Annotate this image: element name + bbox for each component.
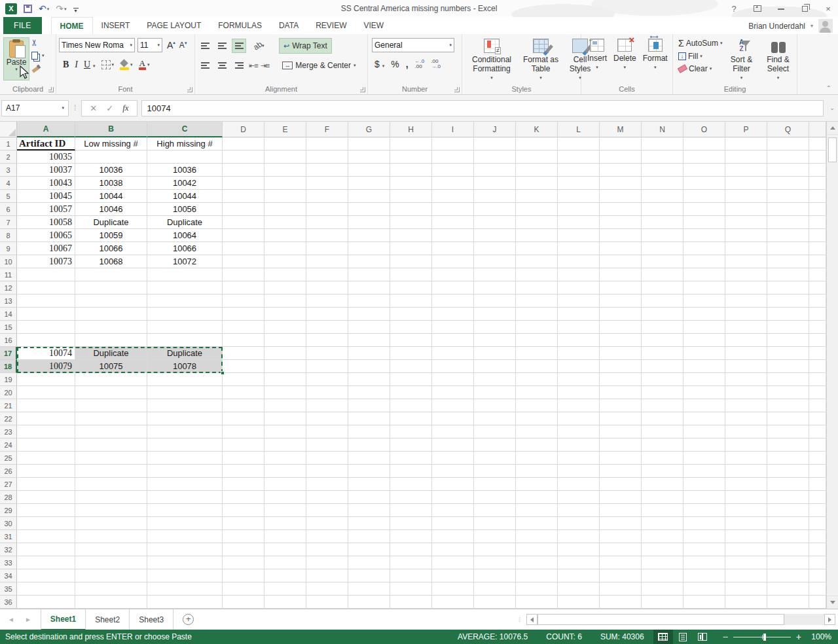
cell-C24[interactable] bbox=[147, 438, 223, 452]
tab-file[interactable]: FILE bbox=[3, 17, 42, 34]
vertical-scrollbar[interactable] bbox=[826, 122, 838, 609]
cell-H23[interactable] bbox=[390, 425, 432, 438]
cell-N12[interactable] bbox=[642, 281, 683, 295]
comma-style-button[interactable]: , bbox=[406, 59, 409, 69]
cell-I3[interactable] bbox=[432, 164, 474, 177]
cell-J22[interactable] bbox=[474, 412, 516, 425]
cell-P3[interactable] bbox=[725, 164, 767, 177]
cell-M29[interactable] bbox=[600, 504, 642, 517]
cell-D33[interactable] bbox=[223, 556, 264, 569]
cell-K32[interactable] bbox=[516, 543, 558, 556]
cell-Q13[interactable] bbox=[767, 295, 809, 308]
decrease-indent-icon[interactable]: ⇤≡ bbox=[249, 62, 258, 70]
cell-K6[interactable] bbox=[516, 203, 558, 216]
cell-P2[interactable] bbox=[725, 151, 767, 164]
cell-C5[interactable]: 10044 bbox=[147, 190, 223, 203]
cell-H3[interactable] bbox=[390, 164, 432, 177]
row-header-14[interactable]: 14 bbox=[0, 308, 17, 321]
cell-G13[interactable] bbox=[348, 295, 390, 308]
cell-F34[interactable] bbox=[306, 569, 348, 582]
cell-L20[interactable] bbox=[558, 386, 600, 399]
cell-B9[interactable]: 10066 bbox=[75, 242, 147, 255]
cell-partial-6[interactable] bbox=[809, 203, 826, 216]
row-header-17[interactable]: 17 bbox=[0, 347, 17, 360]
cell-H14[interactable] bbox=[390, 308, 432, 321]
cell-N15[interactable] bbox=[642, 321, 683, 334]
row-header-12[interactable]: 12 bbox=[0, 281, 17, 295]
cell-I35[interactable] bbox=[432, 582, 474, 596]
cell-E15[interactable] bbox=[264, 321, 306, 334]
cell-H27[interactable] bbox=[390, 478, 432, 491]
cell-partial-19[interactable] bbox=[809, 373, 826, 386]
cell-K34[interactable] bbox=[516, 569, 558, 582]
cell-F31[interactable] bbox=[306, 530, 348, 543]
row-header-20[interactable]: 20 bbox=[0, 386, 17, 399]
row-header-35[interactable]: 35 bbox=[0, 582, 17, 596]
cell-C27[interactable] bbox=[147, 478, 223, 491]
name-box[interactable]: A17▾ bbox=[1, 100, 69, 116]
cell-A15[interactable] bbox=[17, 321, 75, 334]
cell-Q35[interactable] bbox=[767, 582, 809, 596]
cell-N33[interactable] bbox=[642, 556, 683, 569]
cell-A9[interactable]: 10067 bbox=[17, 242, 75, 255]
wrap-text-button[interactable]: ↩Wrap Text bbox=[279, 38, 332, 54]
cell-F12[interactable] bbox=[306, 281, 348, 295]
zoom-slider-thumb[interactable] bbox=[763, 634, 766, 641]
cell-J31[interactable] bbox=[474, 530, 516, 543]
cell-A25[interactable] bbox=[17, 452, 75, 465]
cell-Q7[interactable] bbox=[767, 216, 809, 229]
cell-N22[interactable] bbox=[642, 412, 683, 425]
cell-I31[interactable] bbox=[432, 530, 474, 543]
cell-O17[interactable] bbox=[683, 347, 725, 360]
cell-H35[interactable] bbox=[390, 582, 432, 596]
cell-C6[interactable]: 10056 bbox=[147, 203, 223, 216]
cell-partial-10[interactable] bbox=[809, 255, 826, 268]
cell-D8[interactable] bbox=[223, 229, 264, 242]
cell-G31[interactable] bbox=[348, 530, 390, 543]
cell-J24[interactable] bbox=[474, 438, 516, 452]
cell-C4[interactable]: 10042 bbox=[147, 177, 223, 190]
cell-K17[interactable] bbox=[516, 347, 558, 360]
cell-B11[interactable] bbox=[75, 268, 147, 281]
cell-F1[interactable] bbox=[306, 137, 348, 151]
cell-M16[interactable] bbox=[600, 334, 642, 347]
cell-D28[interactable] bbox=[223, 491, 264, 504]
cell-J19[interactable] bbox=[474, 373, 516, 386]
cell-N10[interactable] bbox=[642, 255, 683, 268]
cell-G26[interactable] bbox=[348, 465, 390, 478]
cell-I30[interactable] bbox=[432, 517, 474, 530]
cell-E30[interactable] bbox=[264, 517, 306, 530]
cell-partial-25[interactable] bbox=[809, 452, 826, 465]
cell-A35[interactable] bbox=[17, 582, 75, 596]
cell-partial-13[interactable] bbox=[809, 295, 826, 308]
help-icon[interactable]: ? bbox=[728, 4, 740, 14]
cell-B15[interactable] bbox=[75, 321, 147, 334]
column-header-O[interactable]: O bbox=[683, 122, 725, 137]
cell-B14[interactable] bbox=[75, 308, 147, 321]
cell-F29[interactable] bbox=[306, 504, 348, 517]
cell-partial-3[interactable] bbox=[809, 164, 826, 177]
format-painter-button[interactable] bbox=[31, 64, 45, 72]
cell-I14[interactable] bbox=[432, 308, 474, 321]
cell-partial-1[interactable] bbox=[809, 137, 826, 151]
cell-E23[interactable] bbox=[264, 425, 306, 438]
cell-B21[interactable] bbox=[75, 399, 147, 412]
cell-H13[interactable] bbox=[390, 295, 432, 308]
cell-L17[interactable] bbox=[558, 347, 600, 360]
cell-C3[interactable]: 10036 bbox=[147, 164, 223, 177]
cell-partial-8[interactable] bbox=[809, 229, 826, 242]
cell-J25[interactable] bbox=[474, 452, 516, 465]
cell-B6[interactable]: 10046 bbox=[75, 203, 147, 216]
expand-formula-bar-icon[interactable]: ⌄ bbox=[826, 105, 838, 111]
cell-B29[interactable] bbox=[75, 504, 147, 517]
cell-K2[interactable] bbox=[516, 151, 558, 164]
align-left-button[interactable] bbox=[198, 58, 212, 73]
cell-O6[interactable] bbox=[683, 203, 725, 216]
cell-F33[interactable] bbox=[306, 556, 348, 569]
cell-F13[interactable] bbox=[306, 295, 348, 308]
cell-L5[interactable] bbox=[558, 190, 600, 203]
cell-J16[interactable] bbox=[474, 334, 516, 347]
cell-K16[interactable] bbox=[516, 334, 558, 347]
cell-H4[interactable] bbox=[390, 177, 432, 190]
format-as-table-button[interactable]: Format as Table▾ bbox=[519, 36, 563, 84]
